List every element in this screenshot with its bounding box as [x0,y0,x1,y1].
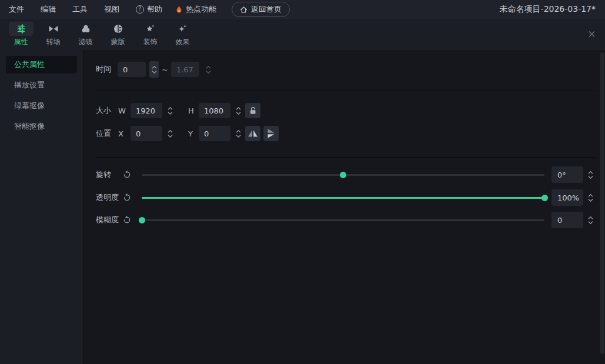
lock-open-icon [249,106,257,115]
chevron-up-icon [588,216,593,219]
tab-filters-label: 滤镜 [79,37,93,47]
tab-decorations-label: 装饰 [143,37,158,47]
flip-vertical-button[interactable] [263,126,279,141]
flip-horizontal-button[interactable] [245,126,260,141]
time-range-separator: ~ [159,65,171,74]
position-x-input[interactable]: 0 [131,126,162,141]
tab-effects[interactable]: 效果 [166,21,199,49]
position-y-stepper[interactable] [233,125,243,142]
time-end-stepper[interactable] [204,61,213,78]
height-input[interactable]: 1080 [199,103,230,118]
decoration-icon [138,22,163,36]
menu-edit[interactable]: 编辑 [41,4,56,15]
chevron-up-icon [236,130,241,133]
panel-tab-strip: 属性 转场 滤镜 [0,19,605,50]
menu-hot-features[interactable]: 热点功能 [175,4,216,15]
position-x-stepper[interactable] [165,125,175,142]
reset-icon [123,171,131,179]
time-end-input[interactable]: 1.67 [171,62,199,77]
chevron-down-icon [588,176,593,179]
aspect-ratio-lock-button[interactable] [245,103,260,118]
chevron-down-icon [206,71,211,74]
sidebar-item-green-screen-keying[interactable]: 绿幕抠像 [6,97,77,115]
size-label: 大小 [96,105,118,116]
blur-label: 模糊度 [96,215,122,225]
rotation-reset-button[interactable] [122,170,132,179]
slider-thumb[interactable] [340,172,346,178]
tab-masks[interactable]: 蒙版 [102,21,134,49]
sliders-icon [9,22,34,36]
flip-vertical-icon [267,128,275,139]
menu-help[interactable]: ? 帮助 [136,4,162,15]
section-divider [95,157,596,158]
rotation-slider[interactable] [142,171,544,178]
time-start-input[interactable]: 0 [118,62,146,77]
chevron-up-icon [168,107,173,110]
position-label: 位置 [96,128,118,139]
chevron-up-icon [588,171,593,174]
rotation-stepper[interactable] [586,166,595,183]
chevron-down-icon [588,221,593,224]
sidebar-item-playback-settings[interactable]: 播放设置 [6,76,77,94]
opacity-slider[interactable] [142,194,544,201]
sidebar-item-smart-keying[interactable]: 智能抠像 [6,118,77,135]
tab-masks-label: 蒙版 [111,37,125,47]
panel-scrollbar[interactable] [600,52,604,354]
blur-value-input[interactable]: 0 [551,212,583,228]
chevron-up-icon [206,66,211,69]
chevron-up-icon [152,66,157,69]
menu-tools[interactable]: 工具 [72,4,88,15]
reset-icon [123,193,131,202]
opacity-reset-button[interactable] [122,193,132,202]
tab-properties[interactable]: 属性 [5,21,37,49]
project-title: 未命名项目-2026-03-17* [500,4,596,15]
chevron-up-icon [236,107,241,110]
x-label: X [118,129,131,138]
tab-transitions[interactable]: 转场 [37,21,69,49]
rotation-value-input[interactable]: 0° [551,166,583,183]
properties-panel: 时间 0 ~ 1.67 大小 W 1920 [83,50,605,364]
opacity-row: 透明度 100% [96,189,605,206]
blur-stepper[interactable] [586,212,595,228]
size-row: 大小 W 1920 H 1080 [96,103,605,118]
close-icon [588,30,596,38]
mask-icon [106,22,131,36]
height-label: H [188,106,199,115]
tab-decorations[interactable]: 装饰 [134,21,166,49]
close-panel-button[interactable] [588,29,596,40]
tab-properties-label: 属性 [14,37,28,47]
opacity-value-input[interactable]: 100% [551,189,583,206]
width-input[interactable]: 1920 [131,103,162,118]
tab-filters[interactable]: 滤镜 [69,21,102,49]
chevron-down-icon [236,112,241,115]
slider-track [142,219,544,221]
time-label: 时间 [96,64,118,75]
position-y-input[interactable]: 0 [199,126,230,141]
properties-sidebar: 公共属性 播放设置 绿幕抠像 智能抠像 [0,50,83,364]
width-label: W [118,106,131,115]
section-divider [95,91,596,91]
blur-slider[interactable] [142,216,544,223]
slider-thumb[interactable] [542,195,548,201]
time-start-stepper[interactable] [149,61,159,78]
top-menu-bar: 文件 编辑 工具 视图 ? 帮助 热点功能 返回首页 未命名项目-2026-03… [0,0,605,19]
transition-icon [41,22,66,36]
opacity-label: 透明度 [96,192,122,203]
y-label: Y [188,129,199,138]
sidebar-item-common-properties[interactable]: 公共属性 [6,56,77,74]
effects-icon [171,22,195,36]
rotation-label: 旋转 [96,169,122,180]
time-row: 时间 0 ~ 1.67 [96,57,605,82]
height-stepper[interactable] [233,102,243,119]
chevron-down-icon [152,71,157,74]
chevron-up-icon [588,194,593,197]
blur-reset-button[interactable] [122,215,132,225]
app-window: 文件 编辑 工具 视图 ? 帮助 热点功能 返回首页 未命名项目-2026-03… [0,0,605,364]
menu-file[interactable]: 文件 [9,4,24,15]
width-stepper[interactable] [165,102,175,119]
back-home-button[interactable]: 返回首页 [232,2,290,17]
menu-view[interactable]: 视图 [104,4,119,15]
help-icon: ? [136,5,144,14]
opacity-stepper[interactable] [586,189,595,206]
slider-thumb[interactable] [139,217,145,223]
